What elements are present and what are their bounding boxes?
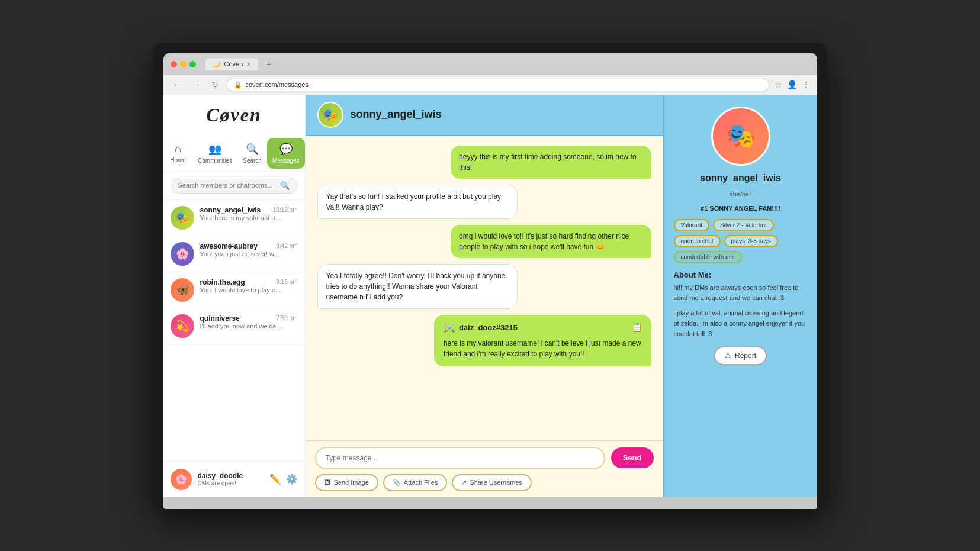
user-action-icons: ✏️ ⚙️	[269, 473, 298, 485]
conv-preview-quinn: I'll add you now and we can play a few l…	[200, 323, 283, 330]
send-button[interactable]: Send	[611, 447, 654, 468]
conv-time-sonny: 10:12 pm	[273, 207, 298, 213]
laptop-frame: 🌙 Coven ✕ + ← → ↻ 🔒 coven.com/messages ☆…	[153, 43, 828, 509]
bookmark-icon[interactable]: ☆	[775, 80, 782, 89]
about-heading: About Me:	[674, 270, 808, 279]
message-input[interactable]	[315, 447, 605, 469]
laptop-bottom	[163, 497, 817, 509]
message-m1: heyyy this is my first time adding someo…	[451, 146, 651, 179]
browser-window: 🌙 Coven ✕ + ← → ↻ 🔒 coven.com/messages ☆…	[163, 53, 817, 497]
back-button[interactable]: ←	[171, 79, 185, 91]
alert-icon: ⚠	[725, 352, 731, 360]
report-button[interactable]: ⚠ Report	[714, 346, 767, 365]
message-text-m1: heyyy this is my first time adding someo…	[459, 153, 636, 172]
browser-toolbar: ← → ↻ 🔒 coven.com/messages ☆ 👤 ⋮	[163, 75, 817, 95]
chat-recipient-username: sonny_angel_iwis	[351, 108, 442, 121]
valorant-card-message: here is my valorant username! i can't be…	[444, 338, 642, 359]
current-username: daisy_doodle	[198, 472, 264, 480]
copy-username-button[interactable]: 📋	[632, 323, 642, 332]
search-input-wrap: 🔍	[171, 178, 298, 194]
new-tab-icon[interactable]: +	[266, 59, 271, 69]
conversation-item-sonny[interactable]: 🎭 sonny_angel_iwis 10:12 pm You: here is…	[163, 200, 305, 236]
conv-header-quinn: quinniverse 7:59 pm	[200, 314, 298, 323]
menu-icon[interactable]: ⋮	[802, 80, 810, 89]
chat-input-area: Send 🖼 Send Image 📎 Attach Files ↗	[306, 440, 663, 497]
valorant-card-user: ⚔️ daiz_dooz#3215	[444, 322, 518, 333]
forward-button[interactable]: →	[189, 79, 204, 91]
conversation-item-robin[interactable]: 🦋 robin.the.egg 9:16 pm You: I would lov…	[163, 272, 305, 308]
close-button[interactable]	[171, 61, 177, 67]
conv-info-quinn: quinniverse 7:59 pm I'll add you now and…	[200, 314, 298, 330]
messages-label: Messages	[272, 157, 300, 164]
avatar-aubrey: 🌸	[171, 242, 194, 266]
sidebar-item-communities[interactable]: 👥 Communities	[193, 138, 238, 169]
sidebar-item-home[interactable]: ⌂ Home	[163, 138, 193, 169]
profile-pronouns: she/her	[674, 191, 808, 198]
attach-files-button[interactable]: 📎 Attach Files	[383, 474, 447, 491]
minimize-button[interactable]	[180, 61, 187, 67]
share-usernames-button[interactable]: ↗ Share Usernames	[452, 474, 532, 491]
valorant-card-header: ⚔️ daiz_dooz#3215 📋	[444, 322, 642, 333]
send-image-button[interactable]: 🖼 Send Image	[315, 474, 378, 491]
sidebar-item-messages[interactable]: 💬 Messages	[267, 138, 304, 169]
chat-header: 🎭 sonny_angel_iwis	[306, 95, 663, 136]
conv-name-sonny: sonny_angel_iwis	[200, 206, 261, 214]
avatar-robin: 🦋	[171, 278, 194, 302]
profile-icon[interactable]: 👤	[787, 80, 797, 89]
tab-close-icon[interactable]: ✕	[246, 61, 251, 67]
search-nav-icon: 🔍	[246, 143, 259, 156]
conversation-list: 🎭 sonny_angel_iwis 10:12 pm You: here is…	[163, 200, 305, 461]
about-section: About Me: hi!! my DMs are always open so…	[674, 270, 808, 340]
conv-header-aubrey: awesome-aubrey 9:42 pm	[200, 242, 298, 250]
chat-actions: 🖼 Send Image 📎 Attach Files ↗ Share User…	[315, 474, 654, 491]
sidebar: Cøven ⌂ Home 👥 Communities 🔍 Search	[163, 95, 306, 497]
tag-plays-days: plays: 3-5 days	[724, 235, 778, 247]
browser-content: Cøven ⌂ Home 👥 Communities 🔍 Search	[163, 95, 817, 497]
settings-icon[interactable]: ⚙️	[286, 473, 298, 485]
messages-icon: 💬	[279, 143, 293, 156]
maximize-button[interactable]	[189, 61, 196, 67]
conv-preview-aubrey: You: yea i just hit silver! we should pl…	[200, 250, 283, 258]
conv-info-robin: robin.the.egg 9:16 pm You: I would love …	[200, 278, 298, 294]
profile-tagline: #1 SONNY ANGEL FAN!!!!	[674, 205, 808, 212]
conversation-item-aubrey[interactable]: 🌸 awesome-aubrey 9:42 pm You: yea i just…	[163, 236, 305, 272]
home-icon: ⌂	[175, 143, 181, 155]
messages-container: heyyy this is my first time adding someo…	[306, 136, 663, 440]
toolbar-icons: ☆ 👤 ⋮	[775, 80, 810, 89]
conv-info-sonny: sonny_angel_iwis 10:12 pm You: here is m…	[200, 206, 298, 221]
browser-tab[interactable]: 🌙 Coven ✕	[205, 58, 259, 70]
attach-files-label: Attach Files	[404, 479, 438, 486]
share-usernames-label: Share Usernames	[470, 479, 522, 486]
chat-recipient-avatar: 🎭	[317, 102, 343, 128]
conversation-item-quinn[interactable]: 💫 quinniverse 7:59 pm I'll add you now a…	[163, 308, 305, 344]
tab-label: Coven	[224, 60, 243, 67]
conv-time-robin: 9:16 pm	[276, 279, 297, 285]
tag-open-to-chat: open to chat	[674, 235, 721, 247]
tag-silver: Silver 2 - Valorant	[713, 219, 774, 231]
share-icon: ↗	[461, 479, 467, 486]
message-m2: Yay that's so fun! I stalked your profil…	[317, 185, 518, 219]
logo-text: Cøven	[206, 104, 262, 125]
traffic-lights	[171, 61, 196, 67]
image-icon: 🖼	[324, 479, 331, 486]
profile-avatar: 🎭	[711, 107, 770, 166]
about-paragraph-2: i play a lot of val, animal crossing and…	[674, 308, 808, 340]
communities-label: Communities	[198, 157, 232, 164]
message-input-row: Send	[315, 447, 654, 469]
conv-header-robin: robin.the.egg 9:16 pm	[200, 278, 298, 286]
valorant-logo-icon: ⚔️	[444, 322, 455, 333]
address-bar[interactable]: 🔒 coven.com/messages	[226, 79, 770, 91]
search-submit-button[interactable]: 🔍	[280, 181, 290, 190]
conv-name-quinn: quinniverse	[200, 314, 240, 323]
edit-icon[interactable]: ✏️	[269, 473, 281, 485]
valorant-card-username: daiz_dooz#3215	[459, 323, 518, 332]
tab-favicon: 🌙	[213, 60, 221, 68]
sidebar-item-search[interactable]: 🔍 Search	[237, 138, 267, 169]
message-text-m4: Yea I totally agree!! Don't worry, I'll …	[326, 272, 506, 301]
lock-icon: 🔒	[234, 81, 242, 89]
profile-panel: 🎭 sonny_angel_iwis she/her #1 SONNY ANGE…	[663, 95, 817, 497]
conv-preview-robin: You: I would love to play competitive to…	[200, 286, 283, 294]
refresh-button[interactable]: ↻	[208, 79, 221, 91]
chat-area: 🎭 sonny_angel_iwis heyyy this is my firs…	[306, 95, 663, 497]
search-input[interactable]	[178, 182, 277, 189]
